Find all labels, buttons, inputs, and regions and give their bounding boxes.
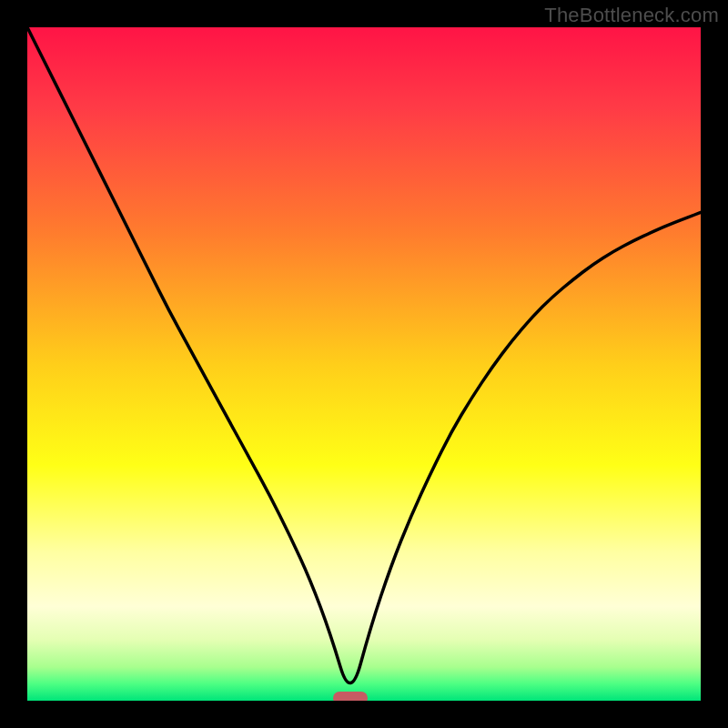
plot-area — [27, 27, 701, 701]
minimum-marker — [333, 692, 368, 701]
watermark-text: TheBottleneck.com — [544, 4, 719, 27]
bottleneck-curve-path — [27, 27, 701, 683]
chart-frame: TheBottleneck.com — [0, 0, 728, 728]
curve-svg — [27, 27, 701, 701]
